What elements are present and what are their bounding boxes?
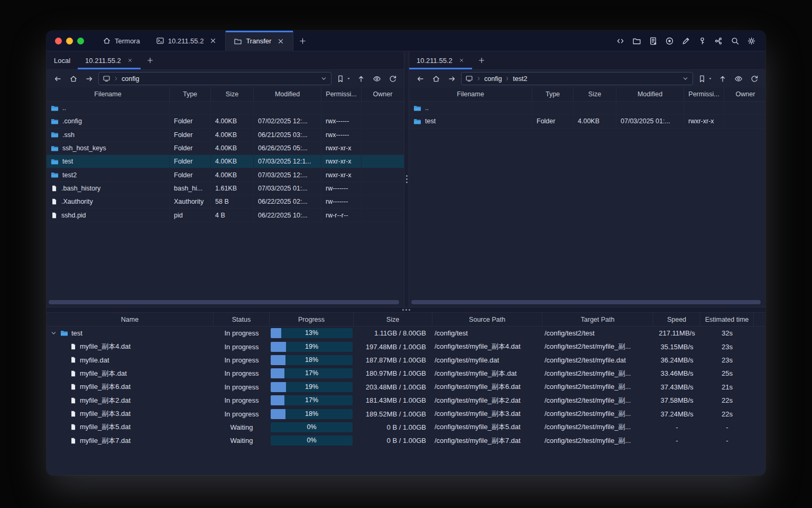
file-cell xyxy=(724,115,765,128)
transfer-column-header-progress[interactable]: Progress xyxy=(270,313,354,326)
back-button[interactable] xyxy=(413,72,427,85)
upload-button[interactable] xyxy=(354,72,368,85)
file-row[interactable]: .sshFolder4.00KB06/21/2025 03:...rwx----… xyxy=(47,129,404,142)
branch-button[interactable] xyxy=(712,34,725,48)
path-breadcrumb[interactable]: config xyxy=(98,72,331,85)
show-hidden-button[interactable] xyxy=(370,72,384,85)
column-header-filename[interactable]: Filename xyxy=(47,87,170,101)
file-row[interactable]: .. xyxy=(47,102,404,115)
chevron-down-icon[interactable] xyxy=(682,75,689,82)
caret-down-icon[interactable] xyxy=(346,76,351,81)
transfer-column-header-target-path[interactable]: Target Path xyxy=(542,313,653,326)
transfer-row[interactable]: myfile_副本5.datWaiting0%0 B / 1.00GB/conf… xyxy=(47,421,765,434)
column-header-type[interactable]: Type xyxy=(170,87,211,101)
forward-button[interactable] xyxy=(445,72,459,85)
transfer-splitter[interactable] xyxy=(47,307,765,313)
file-row[interactable]: testFolder4.00KB07/03/2025 12:1...rwxr-x… xyxy=(47,155,404,168)
transfer-column-header-estimated-time[interactable]: Estimated time xyxy=(700,313,754,326)
refresh-button[interactable] xyxy=(748,72,761,85)
file-cell: bash_hi... xyxy=(170,182,211,195)
breadcrumb-segment[interactable]: test2 xyxy=(513,75,527,83)
new-app-tab-button[interactable] xyxy=(293,31,311,51)
close-icon[interactable] xyxy=(127,57,133,64)
record-button[interactable] xyxy=(662,34,676,48)
app-tab-termora[interactable]: Termora xyxy=(95,31,148,51)
caret-down-icon[interactable] xyxy=(708,76,713,81)
transfer-row[interactable]: testIn progress13%1.11GB / 8.00GB/config… xyxy=(47,326,765,340)
column-header-size[interactable]: Size xyxy=(211,87,254,101)
target-path-cell: /config/test2/test/myfile_副... xyxy=(542,434,653,447)
expander-icon[interactable] xyxy=(50,330,57,337)
transfer-row[interactable]: myfile_副本4.datIn progress19%197.48MB / 1… xyxy=(47,340,765,353)
horizontal-scrollbar[interactable] xyxy=(49,300,399,304)
edit-button[interactable] xyxy=(679,34,693,48)
bookmark-button[interactable] xyxy=(695,72,709,85)
transfer-row[interactable]: myfile.datIn progress18%187.87MB / 1.00G… xyxy=(47,353,765,367)
panel-tab-10-211-55-2[interactable]: 10.211.55.2 xyxy=(78,51,141,69)
key-button[interactable] xyxy=(695,34,709,48)
forward-button[interactable] xyxy=(82,72,96,85)
column-header-filename[interactable]: Filename xyxy=(409,87,532,101)
transfer-row[interactable]: myfile_副本.datIn progress17%180.97MB / 1.… xyxy=(47,367,765,380)
minimize-window-button[interactable] xyxy=(66,38,73,44)
column-header-owner[interactable]: Owner xyxy=(362,87,404,101)
transfer-column-header-source-path[interactable]: Source Path xyxy=(432,313,542,326)
column-header-modified[interactable]: Modified xyxy=(616,87,684,101)
transfer-row[interactable]: myfile_副本6.datIn progress19%203.48MB / 1… xyxy=(47,380,765,394)
code-button[interactable] xyxy=(613,34,627,48)
new-panel-tab-button[interactable] xyxy=(472,51,491,69)
close-icon[interactable] xyxy=(276,37,285,46)
close-icon[interactable] xyxy=(458,57,465,64)
file-row[interactable]: test2Folder4.00KB07/03/2025 12:...rwxr-x… xyxy=(47,168,404,182)
transfer-row[interactable]: myfile_副本3.datIn progress18%189.52MB / 1… xyxy=(47,407,765,420)
home-button[interactable] xyxy=(429,72,443,85)
breadcrumb-segment[interactable]: config xyxy=(484,75,502,83)
tab-label: 10.211.55.2 xyxy=(417,57,453,65)
file-row[interactable]: ssh_host_keysFolder4.00KB06/26/2025 05:.… xyxy=(47,142,404,155)
settings-button[interactable] xyxy=(744,34,758,48)
search-button[interactable] xyxy=(728,34,742,48)
transfer-column-header-size[interactable]: Size xyxy=(354,313,432,326)
column-header-modified[interactable]: Modified xyxy=(254,87,321,101)
panel-tab-10-211-55-2[interactable]: 10.211.55.2 xyxy=(409,51,472,69)
transfer-column-header-status[interactable]: Status xyxy=(214,313,270,326)
close-window-button[interactable] xyxy=(55,38,62,44)
file-row[interactable]: sshd.pidpid4 B06/22/2025 10:...rw-r--r-- xyxy=(47,208,404,222)
chevron-down-icon[interactable] xyxy=(320,75,327,82)
header-filler xyxy=(754,313,765,326)
transfer-row[interactable]: myfile_副本7.datWaiting0%0 B / 1.00GB/conf… xyxy=(47,434,765,447)
column-header-type[interactable]: Type xyxy=(532,87,574,101)
file-row[interactable]: .configFolder4.00KB07/02/2025 12:...rwx-… xyxy=(47,115,404,128)
horizontal-scrollbar[interactable] xyxy=(411,300,761,304)
transfer-column-header-speed[interactable]: Speed xyxy=(653,313,700,326)
column-header-owner[interactable]: Owner xyxy=(724,87,765,101)
file-row[interactable]: .XauthorityXauthority58 B06/22/2025 02:.… xyxy=(47,195,404,208)
breadcrumb-segment[interactable]: config xyxy=(122,75,139,83)
back-button[interactable] xyxy=(51,72,64,85)
refresh-button[interactable] xyxy=(386,72,400,85)
bookmark-button[interactable] xyxy=(334,72,347,85)
new-panel-tab-button[interactable] xyxy=(141,51,160,69)
path-breadcrumb[interactable]: configtest2 xyxy=(461,72,693,85)
app-tab-10-211-55-2[interactable]: 10.211.55.2 xyxy=(148,31,226,51)
panel-tab-local[interactable]: Local xyxy=(47,51,78,69)
transfer-row[interactable]: myfile_副本2.datIn progress17%181.43MB / 1… xyxy=(47,394,765,407)
folder-icon xyxy=(51,144,59,152)
log-button[interactable] xyxy=(646,34,660,48)
transfer-column-header-name[interactable]: Name xyxy=(47,313,214,326)
filename-cell: test2 xyxy=(47,168,170,181)
column-header-permissi[interactable]: Permissi... xyxy=(321,87,362,101)
file-row[interactable]: .. xyxy=(409,102,765,115)
panel-splitter[interactable] xyxy=(404,51,409,307)
column-header-permissi[interactable]: Permissi... xyxy=(684,87,724,101)
home-button[interactable] xyxy=(67,72,80,85)
zoom-window-button[interactable] xyxy=(77,38,84,44)
upload-button[interactable] xyxy=(716,72,730,85)
file-row[interactable]: .bash_historybash_hi...1.61KB07/03/2025 … xyxy=(47,182,404,195)
column-header-size[interactable]: Size xyxy=(574,87,616,101)
folder-button[interactable] xyxy=(630,34,643,48)
close-icon[interactable] xyxy=(209,37,217,45)
show-hidden-button[interactable] xyxy=(732,72,745,85)
file-row[interactable]: testFolder4.00KB07/03/2025 01:...rwxr-xr… xyxy=(409,115,765,128)
app-tab-transfer[interactable]: Transfer xyxy=(225,31,293,51)
